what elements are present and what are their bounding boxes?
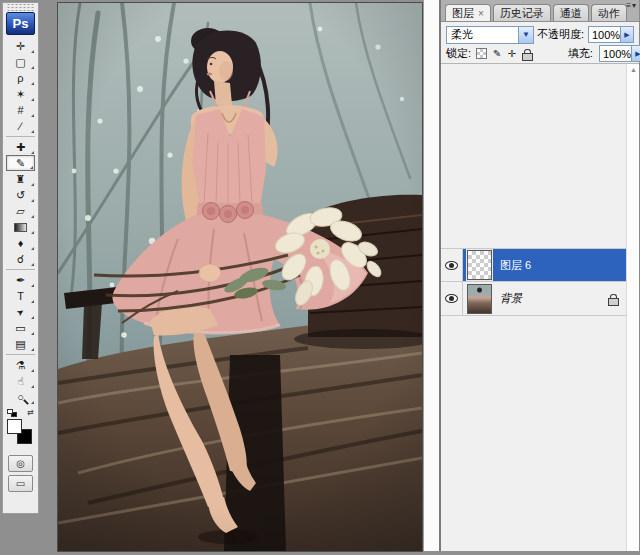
photo-image <box>58 3 422 551</box>
tool-separator <box>6 354 35 355</box>
screen-mode-button[interactable]: ▭ <box>8 475 33 492</box>
lock-label: 锁定: <box>446 46 471 61</box>
tool-blur[interactable]: ♦ <box>6 235 35 251</box>
layer-row-background[interactable]: 背景 <box>441 282 626 316</box>
visibility-cell[interactable] <box>441 282 463 315</box>
notes-icon: ▤ <box>15 339 25 350</box>
zoom-icon: ○ <box>17 392 24 403</box>
arrow-right-icon[interactable]: ▶ <box>621 26 634 43</box>
tool-brush[interactable]: ✎ <box>6 155 35 171</box>
lock-position-icon[interactable]: ✛ <box>507 49 515 59</box>
quick-mask-button[interactable]: ◎ <box>8 455 33 472</box>
tool-type[interactable]: T <box>6 288 35 304</box>
layer-name[interactable]: 图层 6 <box>500 258 531 273</box>
type-icon: T <box>17 291 24 302</box>
layer-thumbnail[interactable] <box>467 250 492 280</box>
tool-zoom[interactable]: ○ <box>6 389 35 405</box>
layer-thumbnail[interactable] <box>467 284 492 314</box>
eye-icon[interactable] <box>445 261 458 270</box>
screen-mode-icon: ▭ <box>16 478 25 489</box>
tool-separator <box>6 136 35 137</box>
foreground-color-swatch[interactable] <box>7 419 22 434</box>
lock-pixels-icon[interactable]: ✎ <box>493 49 501 59</box>
chevron-down-icon: ▾ <box>632 2 636 10</box>
crop-icon: # <box>17 105 23 116</box>
path-selection-icon: ➤ <box>15 306 26 318</box>
tool-move[interactable]: ✛ <box>6 38 35 54</box>
document-scroll-gutter <box>423 0 439 551</box>
lock-transparency-icon[interactable] <box>476 48 487 59</box>
blur-icon: ♦ <box>18 238 24 249</box>
arrow-right-icon[interactable]: ▶ <box>632 45 640 62</box>
layer-row-layer6[interactable]: 图层 6 <box>441 248 626 282</box>
tool-path-selection[interactable]: ➤ <box>6 304 35 320</box>
tool-magic-wand[interactable]: ✶ <box>6 86 35 102</box>
tool-palette: Ps ✛ ▢ ρ ✶ # ∕ ✚ ✎ ♜ ↺ ▱ ♦ ☌ ✒ T ➤ ▭ ▤ ⚗… <box>2 2 39 514</box>
tool-history-brush[interactable]: ↺ <box>6 187 35 203</box>
tab-actions[interactable]: 动作 <box>591 4 627 21</box>
palette-grip[interactable] <box>7 4 34 11</box>
tool-eyedropper[interactable]: ⚗ <box>6 357 35 373</box>
layer-controls: 柔光 ▼ 不透明度: 100% ▶ 锁定: ✎ ✛ 填充: 100% ▶ <box>441 21 639 63</box>
tool-dodge[interactable]: ☌ <box>6 251 35 267</box>
lock-all-icon[interactable] <box>522 49 531 59</box>
scroll-up-icon[interactable]: ▲ <box>630 66 637 73</box>
hand-icon: ☝ <box>17 376 24 387</box>
opacity-field[interactable]: 100% ▶ <box>588 26 634 43</box>
move-icon: ✛ <box>16 41 25 52</box>
dodge-icon: ☌ <box>17 254 24 265</box>
panel-menu-button[interactable]: ≡ ▾ <box>626 2 636 10</box>
tab-channels-label: 通道 <box>560 6 582 21</box>
rectangle-shape-icon: ▭ <box>15 323 25 334</box>
magic-wand-icon: ✶ <box>16 89 25 100</box>
clone-stamp-icon: ♜ <box>16 174 26 185</box>
default-colors-icon[interactable] <box>7 409 13 414</box>
eye-icon[interactable] <box>445 294 458 303</box>
tool-slice[interactable]: ∕ <box>6 118 35 134</box>
history-brush-icon: ↺ <box>16 190 25 201</box>
fill-field[interactable]: 100% ▶ <box>599 45 640 62</box>
tool-lasso[interactable]: ρ <box>6 70 35 86</box>
lock-icon <box>608 294 617 304</box>
visibility-cell[interactable] <box>441 249 463 281</box>
blend-mode-value: 柔光 <box>447 27 518 42</box>
swap-colors-icon[interactable]: ⇄ <box>27 408 34 417</box>
opacity-value[interactable]: 100% <box>588 26 621 43</box>
tool-pen[interactable]: ✒ <box>6 272 35 288</box>
blend-mode-select[interactable]: 柔光 ▼ <box>446 26 534 44</box>
pen-icon: ✒ <box>16 275 25 286</box>
marquee-icon: ▢ <box>15 57 25 68</box>
layer-row-body[interactable]: 背景 <box>463 282 626 315</box>
layers-scrollbar[interactable]: ▲ <box>626 64 639 551</box>
tool-healing-brush[interactable]: ✚ <box>6 139 35 155</box>
document-canvas[interactable] <box>57 2 423 552</box>
eyedropper-icon: ⚗ <box>16 360 26 371</box>
panel-menu-icon: ≡ <box>626 2 631 10</box>
layer-row-body[interactable]: 图层 6 <box>463 249 626 281</box>
slice-icon: ∕ <box>20 121 22 132</box>
layer-name[interactable]: 背景 <box>500 291 522 306</box>
lock-buttons: ✎ ✛ <box>476 48 531 59</box>
tool-crop[interactable]: # <box>6 102 35 118</box>
chevron-down-icon[interactable]: ▼ <box>518 27 533 43</box>
tab-history-label: 历史记录 <box>500 6 544 21</box>
tool-rectangle-shape[interactable]: ▭ <box>6 320 35 336</box>
tool-notes[interactable]: ▤ <box>6 336 35 352</box>
tool-eraser[interactable]: ▱ <box>6 203 35 219</box>
lasso-icon: ρ <box>17 73 23 84</box>
tab-actions-label: 动作 <box>598 6 620 21</box>
brush-icon: ✎ <box>16 158 25 169</box>
gradient-icon <box>14 223 27 232</box>
quick-mask-icon: ◎ <box>16 458 25 469</box>
tool-gradient[interactable] <box>6 219 35 235</box>
tool-clone-stamp[interactable]: ♜ <box>6 171 35 187</box>
tab-channels[interactable]: 通道 <box>553 4 589 21</box>
close-icon[interactable]: × <box>478 8 484 19</box>
tool-hand[interactable]: ☝ <box>6 373 35 389</box>
tab-layers[interactable]: 图层 × <box>445 4 491 21</box>
tool-rectangular-marquee[interactable]: ▢ <box>6 54 35 70</box>
tab-history[interactable]: 历史记录 <box>493 4 551 21</box>
opacity-label: 不透明度: <box>537 27 584 42</box>
fill-value[interactable]: 100% <box>599 45 632 62</box>
tool-separator <box>6 269 35 270</box>
